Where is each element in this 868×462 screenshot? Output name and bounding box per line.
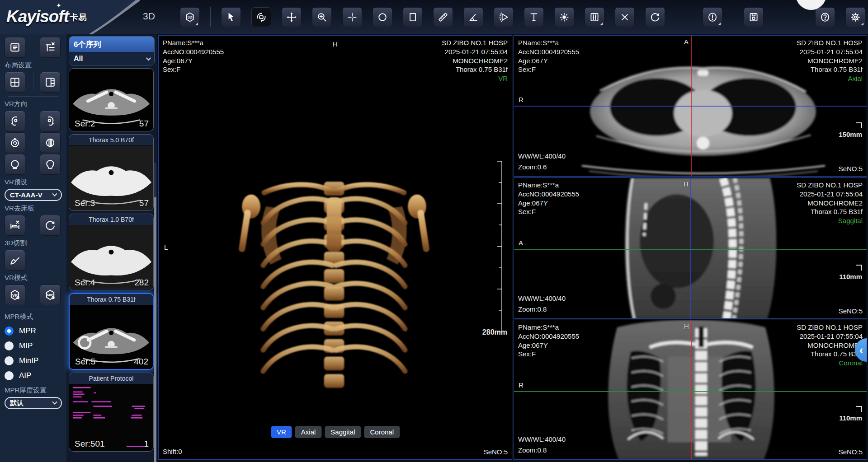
vr-mode-vr-button[interactable]: VR	[5, 285, 25, 305]
series-card-5-selected[interactable]: Thorax 0.75 B31f Ser:5 402	[69, 293, 154, 370]
scale-ruler	[497, 161, 503, 332]
question-circle-icon	[819, 11, 831, 23]
crosshair-vertical-red[interactable]	[691, 320, 692, 459]
crosshair-vertical-red[interactable]	[691, 36, 692, 176]
view-button-vr[interactable]: VR	[271, 426, 292, 438]
angle-button[interactable]	[463, 7, 483, 27]
view-button-coronal[interactable]: Coronal	[364, 426, 400, 438]
vr-mode-mip-button[interactable]: MIP	[40, 285, 61, 305]
series-desc: Thorax 0.75 B31f	[797, 65, 863, 74]
vr-direction-face-button[interactable]	[40, 154, 61, 175]
series-filter-select[interactable]: All	[69, 52, 154, 65]
rect-annotation-button[interactable]	[403, 7, 423, 27]
mpr-thickness-select[interactable]: 默认	[5, 397, 62, 409]
layout-section-label: 布局设置	[5, 61, 66, 70]
brightness-button[interactable]	[554, 7, 574, 27]
save-button[interactable]	[744, 7, 764, 27]
layout-custom-button[interactable]	[40, 37, 61, 58]
cut-section-label: 3D切割	[5, 239, 66, 247]
patient-info-overlay: PName:S***a AccNO:0004920555 Age:067Y Se…	[163, 38, 224, 74]
series-card-4[interactable]: Thorax 1.0 B70f Ser:4 282	[69, 214, 154, 290]
remove-bed-button[interactable]	[5, 215, 25, 236]
rotate-3d-icon	[255, 11, 267, 23]
settings-button[interactable]	[845, 7, 865, 27]
mip-badge-icon: MIP	[44, 289, 57, 301]
series-title: Thorax 1.0 B70f	[69, 214, 153, 225]
rectangle-icon	[407, 11, 419, 23]
mpr-mode-option-mip[interactable]: MIP	[5, 338, 66, 353]
ellipse-annotation-button[interactable]	[373, 7, 392, 27]
vr-badge-icon: VR	[9, 289, 21, 301]
ruler-button[interactable]	[433, 7, 453, 27]
vr-direction-left-button[interactable]	[5, 111, 25, 131]
photometric: MONOCHROME2	[797, 341, 863, 350]
mpr-coronal-viewport[interactable]: PName:S***a AccNO:0004920555 Age:067Y Se…	[514, 320, 867, 460]
wwwl-label: WW/WL:400/40	[518, 293, 566, 304]
chevron-down-icon	[52, 399, 57, 404]
scalpel-icon	[9, 254, 21, 266]
mpr-mode-option-mpr[interactable]: MPR	[5, 323, 66, 338]
crosshair-horizontal-green[interactable]	[514, 391, 867, 392]
vr-direction-top-button[interactable]	[5, 132, 25, 153]
layout-custom-x-icon	[44, 41, 57, 54]
study-datetime: 2025-01-21 07:55:04	[797, 47, 863, 56]
cobb-angle-button[interactable]	[494, 7, 514, 27]
mpr-sagittal-viewport[interactable]: PName:S***a AccNO:0004920555 Age:067Y Se…	[514, 177, 867, 319]
help-button[interactable]	[815, 7, 835, 27]
zoom-button[interactable]	[312, 7, 332, 27]
svg-text:3D: 3D	[187, 15, 192, 19]
series-ser-label: Ser:2	[75, 119, 95, 129]
reset-button[interactable]	[645, 7, 665, 27]
angle-icon	[467, 11, 479, 23]
cut-3d-button[interactable]	[5, 250, 25, 271]
series-card-3[interactable]: Thorax 5.0 B70f Ser:3 57	[69, 134, 154, 211]
series-scrollbar-thumb[interactable]	[154, 197, 156, 462]
view-3d-button[interactable]: 3D	[180, 7, 200, 27]
view-button-saggital[interactable]: Saggital	[325, 426, 361, 438]
series-image-count: 282	[134, 278, 149, 288]
patient-name: PName:S***a	[518, 323, 579, 332]
series-title: Thorax 0.75 B31f	[70, 294, 153, 305]
mpr-mode-option-minip[interactable]: MinIP	[5, 353, 66, 368]
delete-annotation-button[interactable]	[615, 7, 635, 27]
layout-grid-button[interactable]	[5, 72, 25, 93]
app-logo: Kayisoft卡易 ✦	[0, 0, 140, 34]
mpr-mode-option-aip[interactable]: AIP	[5, 368, 66, 383]
patient-age: Age:067Y	[518, 199, 579, 208]
series-card-501[interactable]: Patient Protocol Ser:501 1	[69, 373, 154, 452]
rotate-3d-button[interactable]	[251, 7, 271, 27]
crosshair-vertical-blue[interactable]	[690, 178, 691, 318]
vr-direction-section-label: VR方向	[5, 100, 66, 108]
series-filter-value: All	[74, 55, 83, 63]
hospital-name: SD ZIBO NO.1 HOSP	[797, 323, 863, 332]
layout-split-button[interactable]	[40, 72, 61, 93]
crosshair-horizontal-blue[interactable]	[514, 106, 867, 107]
vr-direction-front-open-button[interactable]	[40, 132, 61, 153]
vr-bed-section-label: VR去床板	[5, 204, 66, 213]
pointer-button[interactable]	[221, 7, 241, 27]
series-scrollbar[interactable]	[154, 163, 156, 462]
study-info-overlay: SD ZIBO NO.1 HOSP 2025-01-21 07:55:04 MO…	[797, 38, 863, 83]
head-top-icon	[9, 136, 21, 149]
series-desc: Thorax 0.75 B31f	[442, 65, 508, 74]
crosshair-button[interactable]	[342, 7, 362, 27]
zoom-label: Zoom:0.6	[518, 162, 566, 173]
orientation-marker-left: R	[519, 96, 524, 103]
logo-star-icon: ✦	[56, 2, 61, 9]
vr-preset-select[interactable]: CT-AAA-V	[5, 189, 62, 201]
text-annotation-button[interactable]	[524, 7, 544, 27]
pan-button[interactable]	[282, 7, 302, 27]
view-button-axial[interactable]: Axial	[295, 426, 322, 438]
bed-reset-button[interactable]	[40, 215, 61, 236]
vr-direction-back-button[interactable]	[5, 154, 25, 175]
chevron-down-icon	[146, 56, 151, 61]
window-level-presets-button[interactable]	[585, 7, 604, 27]
mpr-axial-viewport[interactable]: PName:S***a AccNO:0004920555 Age:067Y Se…	[514, 35, 867, 177]
vr-skeleton-render	[235, 152, 434, 396]
series-header: 6个序列 All	[69, 36, 155, 65]
series-card-2[interactable]: Ser:2 57	[69, 68, 154, 131]
vr-viewport[interactable]: PName:S***a AccNO:0004920555 Age:067Y Se…	[158, 35, 512, 460]
vr-direction-right-button[interactable]	[40, 111, 61, 131]
layout-list-button[interactable]	[5, 37, 25, 58]
alert-info-button[interactable]	[703, 7, 722, 27]
